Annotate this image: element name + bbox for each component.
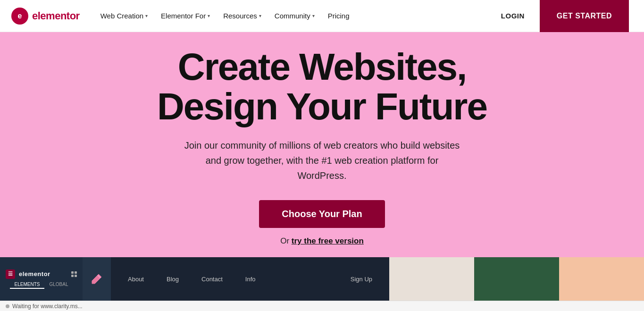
preview-nav-info: Info xyxy=(245,276,256,283)
edit-icon xyxy=(88,270,105,287)
hero-section: Create Websites, Design Your Future Join… xyxy=(0,0,644,255)
hamburger-icon: ☰ xyxy=(8,271,13,277)
preview-nav-contact: Contact xyxy=(201,276,223,283)
preview-section: ☰ elementor ELEMENTS GLOBAL xyxy=(0,257,644,301)
nav-item-pricing[interactable]: Pricing xyxy=(322,8,355,24)
nav-label-elementor-for: Elementor For xyxy=(161,12,206,20)
logo-icon: e xyxy=(11,8,28,25)
preview-color-blocks xyxy=(389,257,644,301)
nav-label-web-creation: Web Creation xyxy=(100,12,143,20)
nav-item-resources[interactable]: Resources ▾ xyxy=(217,8,267,24)
logo-icon-letter: e xyxy=(18,12,22,20)
get-started-button[interactable]: GET STARTED xyxy=(540,0,629,32)
logo-text: elementor xyxy=(32,10,80,22)
preview-nav-about: About xyxy=(128,276,144,283)
chevron-down-icon: ▾ xyxy=(145,13,148,18)
navbar-left: e elementor Web Creation ▾ Elementor For… xyxy=(11,8,355,25)
free-version-link[interactable]: try the free version xyxy=(292,236,364,245)
preview-nav-signup: Sign Up xyxy=(351,276,372,283)
preview-editor-logo: elementor xyxy=(19,270,50,277)
hero-title: Create Websites, Design Your Future xyxy=(157,47,487,126)
navbar: e elementor Web Creation ▾ Elementor For… xyxy=(0,0,644,32)
login-button[interactable]: LOGIN xyxy=(493,8,532,24)
preview-nav-blog: Blog xyxy=(167,276,179,283)
chevron-down-icon: ▾ xyxy=(208,13,210,18)
free-text-or: Or xyxy=(280,236,289,245)
nav-label-pricing: Pricing xyxy=(328,12,350,20)
color-block-1 xyxy=(389,257,474,301)
chevron-down-icon: ▾ xyxy=(312,13,315,18)
nav-item-web-creation[interactable]: Web Creation ▾ xyxy=(95,8,153,24)
nav-label-community: Community xyxy=(275,12,310,20)
nav-item-community[interactable]: Community ▾ xyxy=(269,8,320,24)
nav-item-elementor-for[interactable]: Elementor For ▾ xyxy=(155,8,216,24)
chevron-down-icon: ▾ xyxy=(259,13,261,18)
navbar-right: LOGIN GET STARTED xyxy=(493,0,629,32)
nav-links: Web Creation ▾ Elementor For ▾ Resources… xyxy=(95,8,355,24)
color-block-2 xyxy=(474,257,559,301)
choose-plan-button[interactable]: Choose Your Plan xyxy=(259,200,385,228)
preview-editor-panel: ☰ elementor ELEMENTS GLOBAL xyxy=(0,257,83,301)
hero-title-line1: Create Websites, xyxy=(178,46,466,88)
free-version-text: Or try the free version xyxy=(280,236,364,246)
nav-label-resources: Resources xyxy=(223,12,257,20)
hero-subtitle: Join our community of millions of web cr… xyxy=(181,138,464,183)
preview-website-nav: About Blog Contact Info Sign Up xyxy=(111,257,389,301)
color-block-3 xyxy=(559,257,644,301)
status-text: Waiting for www.clarity.ms... xyxy=(12,303,83,310)
editor-tab-global[interactable]: GLOBAL xyxy=(44,281,73,289)
status-bar: Waiting for www.clarity.ms... xyxy=(0,301,644,311)
status-dot xyxy=(6,304,9,308)
preview-center-area xyxy=(83,257,111,301)
preview-grid-icon xyxy=(71,271,77,277)
hero-title-line2: Design Your Future xyxy=(157,85,487,127)
editor-tab-elements[interactable]: ELEMENTS xyxy=(10,281,45,289)
editor-tabs: ELEMENTS GLOBAL xyxy=(0,281,83,289)
logo[interactable]: e elementor xyxy=(11,8,80,25)
